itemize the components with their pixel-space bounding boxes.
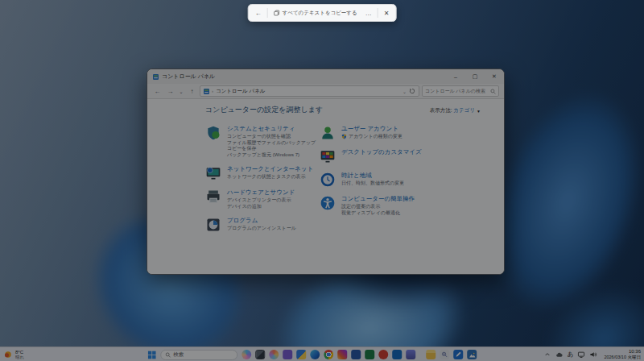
screen-dim-overlay: [0, 0, 644, 361]
toolbar-divider: [267, 8, 268, 18]
copy-all-text-label: すべてのテキストをコピーする: [283, 10, 357, 17]
copy-all-text-button[interactable]: すべてのテキストをコピーする: [271, 10, 360, 17]
desktop: コントロール パネル – ▢ ✕ ← → ⌄ ↑ › コントロール パネル ⌄: [0, 0, 644, 361]
toolbar-close-button[interactable]: ✕: [382, 10, 392, 17]
toolbar-more-button[interactable]: …: [363, 10, 374, 17]
copy-icon: [274, 10, 280, 16]
toolbar-back-button[interactable]: ←: [253, 10, 264, 17]
capture-toolbar: ← すべてのテキストをコピーする … ✕: [248, 4, 397, 22]
toolbar-divider: [378, 8, 378, 18]
